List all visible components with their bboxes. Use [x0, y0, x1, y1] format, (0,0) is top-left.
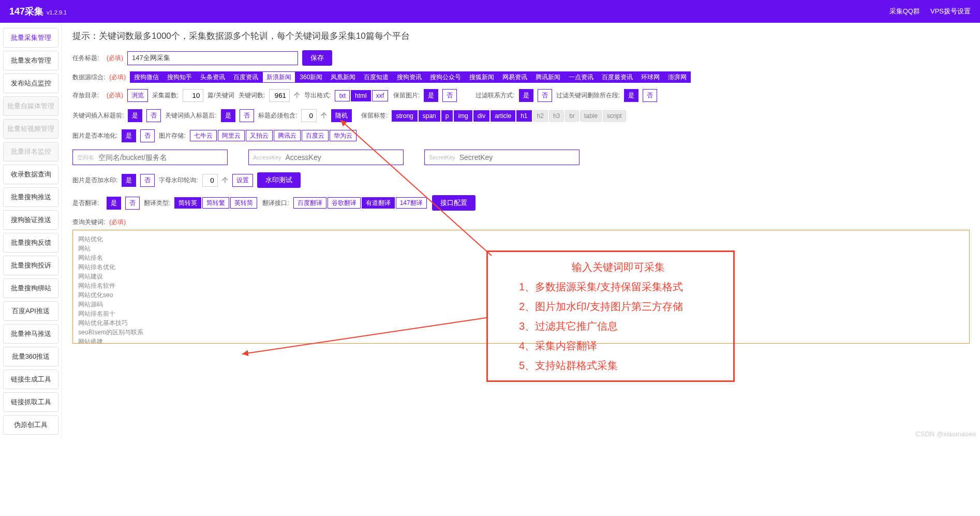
ak-input-box[interactable]: AccessKey [248, 150, 404, 165]
sidebar-item-15[interactable]: 链接生成工具 [3, 370, 58, 389]
sidebar-item-10[interactable]: 批量搜狗投诉 [3, 256, 58, 275]
fmt-tag-0[interactable]: txt [335, 90, 350, 101]
filtercontact-yes[interactable]: 是 [519, 89, 533, 102]
sidebar-item-13[interactable]: 批量神马推送 [3, 324, 58, 344]
sidebar-item-7[interactable]: 批量搜狗推送 [3, 187, 58, 207]
sidebar-item-6[interactable]: 收录数据查询 [3, 165, 58, 184]
keeptag-9[interactable]: br [565, 110, 579, 122]
source-tag-6[interactable]: 凤凰新闻 [326, 71, 360, 83]
sidebar-item-2[interactable]: 发布站点监控 [3, 73, 58, 93]
trans-no[interactable]: 否 [125, 197, 140, 210]
source-tag-2[interactable]: 头条资讯 [196, 71, 229, 83]
source-tag-5[interactable]: 360新闻 [295, 71, 326, 83]
letter-wm-set[interactable]: 设置 [232, 174, 253, 187]
sidebar-item-17[interactable]: 伪原创工具 [3, 415, 58, 435]
source-tag-14[interactable]: 百度最资讯 [598, 71, 637, 83]
keeptag-5[interactable]: article [491, 110, 515, 122]
browse-button[interactable]: 浏览 [127, 89, 148, 102]
imglocal-no[interactable]: 否 [140, 129, 155, 142]
space-input[interactable] [98, 153, 223, 161]
sidebar-item-0[interactable]: 批量采集管理 [3, 28, 58, 48]
sidebar-item-16[interactable]: 链接抓取工具 [3, 392, 58, 412]
source-tag-8[interactable]: 搜狗资讯 [393, 71, 426, 83]
sidebar-item-14[interactable]: 批量360推送 [3, 347, 58, 366]
trans-api-1[interactable]: 谷歌翻译 [328, 197, 361, 209]
source-tag-0[interactable]: 搜狗微信 [130, 71, 163, 83]
insert-before-no[interactable]: 否 [146, 109, 161, 122]
letter-wm-input[interactable] [202, 174, 218, 187]
sidebar-item-11[interactable]: 批量搜狗绑站 [3, 278, 58, 298]
keepimg-no[interactable]: 否 [442, 89, 457, 102]
keeptag-4[interactable]: div [473, 110, 489, 122]
keepimg-yes[interactable]: 是 [424, 89, 438, 102]
trans-type-2[interactable]: 英转简 [230, 197, 257, 209]
keeptag-1[interactable]: span [419, 110, 440, 122]
trans-yes[interactable]: 是 [107, 197, 121, 210]
keeptag-8[interactable]: h3 [549, 110, 564, 122]
ak-input[interactable] [285, 153, 399, 161]
trans-type-1[interactable]: 简转繁 [202, 197, 229, 209]
sidebar-item-8[interactable]: 搜狗验证推送 [3, 210, 58, 230]
keeptag-0[interactable]: strong [392, 110, 417, 122]
cloud-store-2[interactable]: 又拍云 [246, 130, 273, 141]
source-tag-3[interactable]: 百度资讯 [229, 71, 262, 83]
kwcnt-input[interactable] [269, 89, 290, 102]
sidebar-item-12[interactable]: 百度API推送 [3, 301, 58, 321]
trans-api-0[interactable]: 百度翻译 [293, 197, 326, 209]
imglocal-yes[interactable]: 是 [122, 129, 136, 142]
trans-type-0[interactable]: 简转英 [174, 197, 201, 209]
must-random[interactable]: 随机 [331, 109, 352, 122]
insert-after-no[interactable]: 否 [240, 109, 254, 122]
source-tag-1[interactable]: 搜狗知乎 [163, 71, 196, 83]
sidebar-item-4[interactable]: 批量短视频管理 [3, 119, 58, 139]
source-tag-11[interactable]: 网易资讯 [498, 71, 531, 83]
keeptag-3[interactable]: img [454, 110, 472, 122]
insert-before-yes[interactable]: 是 [128, 109, 142, 122]
cloud-store-1[interactable]: 阿里云 [218, 130, 245, 141]
source-tag-13[interactable]: 一点资讯 [565, 71, 598, 83]
sk-input[interactable] [459, 153, 575, 161]
keeptag-6[interactable]: h1 [516, 110, 531, 122]
filterline-no[interactable]: 否 [643, 89, 657, 102]
source-tag-15[interactable]: 环球网 [637, 71, 664, 83]
fmt-tag-1[interactable]: html [351, 90, 371, 101]
cloud-store-3[interactable]: 腾讯云 [274, 130, 301, 141]
trans-api-3[interactable]: 147翻译 [396, 197, 427, 209]
watermark-no[interactable]: 否 [140, 174, 155, 187]
source-tag-9[interactable]: 搜狗公众号 [426, 71, 465, 83]
insert-after-yes[interactable]: 是 [221, 109, 235, 122]
watermark-yes[interactable]: 是 [122, 174, 136, 187]
sidebar-item-1[interactable]: 批量发布管理 [3, 51, 58, 70]
save-button[interactable]: 保存 [302, 50, 332, 66]
sk-input-box[interactable]: SecretKey [424, 150, 580, 165]
task-title-input[interactable] [127, 51, 298, 65]
sidebar-item-9[interactable]: 批量搜狗反馈 [3, 233, 58, 253]
sidebar-item-3[interactable]: 批量自媒体管理 [3, 96, 58, 116]
source-tag-10[interactable]: 搜狐新闻 [465, 71, 498, 83]
sidebar-item-5[interactable]: 批量排名监控 [3, 142, 58, 161]
keeptag-7[interactable]: h2 [533, 110, 548, 122]
cloud-store-4[interactable]: 百度云 [302, 130, 329, 141]
cloud-store-0[interactable]: 七牛云 [190, 130, 217, 141]
trans-api-2[interactable]: 有道翻译 [362, 197, 395, 209]
source-tag-7[interactable]: 百度知道 [360, 71, 393, 83]
must-count-input[interactable] [301, 109, 317, 122]
fmt-tag-2[interactable]: xxf [372, 90, 388, 101]
filtercontact-no[interactable]: 否 [538, 89, 552, 102]
space-input-box[interactable]: 空间名 [72, 150, 228, 165]
header-link-qq[interactable]: 采集QQ群 [889, 7, 920, 16]
header-link-vps[interactable]: VPS拨号设置 [930, 7, 971, 16]
watermark-test-button[interactable]: 水印测试 [257, 172, 301, 188]
source-tag-12[interactable]: 腾讯新闻 [531, 71, 565, 83]
api-config-button[interactable]: 接口配置 [432, 195, 476, 211]
keeptag-11[interactable]: script [603, 110, 626, 122]
keeptag-10[interactable]: table [580, 110, 602, 122]
source-tag-4[interactable]: 新浪新闻 [262, 71, 295, 83]
keeptag-2[interactable]: p [441, 110, 453, 122]
count-input[interactable] [183, 89, 203, 102]
cloud-store-5[interactable]: 华为云 [330, 130, 357, 141]
source-tag-16[interactable]: 澎湃网 [664, 71, 691, 83]
cloud-stores: 七牛云阿里云又拍云腾讯云百度云华为云 [190, 131, 358, 140]
filterline-yes[interactable]: 是 [624, 89, 639, 102]
keywords-textarea[interactable] [72, 230, 970, 344]
